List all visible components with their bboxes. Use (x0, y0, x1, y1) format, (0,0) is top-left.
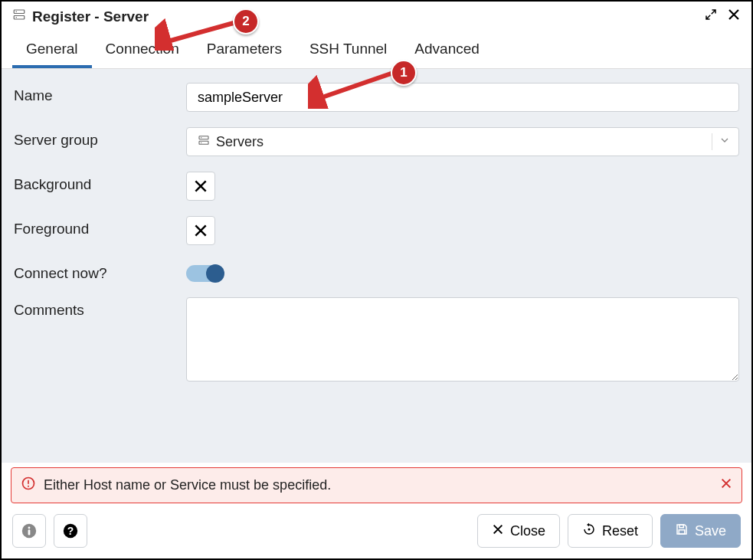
save-button-label: Save (695, 523, 726, 539)
titlebar: Register - Server (2, 2, 751, 31)
svg-point-12 (28, 526, 31, 529)
svg-rect-13 (28, 529, 31, 535)
tab-ssh-tunnel[interactable]: SSH Tunnel (296, 31, 401, 68)
chevron-down-icon (719, 134, 731, 150)
dialog-title: Register - Server (32, 8, 149, 25)
maximize-icon[interactable] (704, 8, 718, 25)
comments-textarea[interactable] (186, 297, 739, 382)
close-button-label: Close (510, 523, 545, 539)
info-button[interactable] (12, 514, 46, 548)
svg-rect-18 (679, 529, 685, 533)
label-background: Background (14, 172, 186, 193)
svg-point-7 (201, 142, 201, 142)
error-alert: Either Host name or Service must be spec… (11, 467, 742, 503)
svg-rect-17 (679, 525, 683, 528)
svg-point-16 (588, 528, 590, 530)
x-icon (492, 523, 504, 539)
connect-now-toggle[interactable] (186, 265, 223, 282)
tab-content: Name Server group Servers (2, 69, 751, 463)
alert-icon (21, 476, 36, 495)
help-button[interactable]: ? (54, 514, 87, 548)
save-button[interactable]: Save (660, 514, 741, 548)
close-icon[interactable] (727, 8, 741, 25)
svg-rect-5 (199, 141, 208, 144)
server-icon (12, 8, 26, 25)
toggle-knob (206, 264, 224, 283)
server-group-icon (198, 134, 210, 150)
row-name: Name (14, 83, 739, 112)
reset-icon (582, 522, 596, 540)
row-server-group: Server group Servers (14, 127, 739, 156)
row-connect-now: Connect now? (14, 260, 739, 282)
tab-general[interactable]: General (12, 31, 92, 68)
svg-point-6 (201, 137, 201, 138)
reset-button-label: Reset (602, 523, 638, 539)
label-foreground: Foreground (14, 216, 186, 237)
alert-message: Either Host name or Service must be spec… (44, 477, 331, 493)
svg-point-10 (28, 486, 29, 487)
name-input[interactable] (186, 83, 739, 112)
row-background: Background (14, 172, 739, 201)
dialog-footer: ? Close Reset Save (2, 503, 751, 558)
svg-text:?: ? (67, 526, 74, 537)
reset-button[interactable]: Reset (568, 514, 653, 548)
server-group-value: Servers (216, 134, 706, 150)
foreground-color-clear[interactable] (186, 216, 215, 245)
svg-rect-1 (14, 16, 25, 20)
svg-rect-4 (199, 136, 208, 139)
label-name: Name (14, 83, 186, 104)
label-connect-now: Connect now? (14, 260, 186, 282)
background-color-clear[interactable] (186, 172, 215, 201)
tab-parameters[interactable]: Parameters (193, 31, 296, 68)
server-group-select[interactable]: Servers (186, 127, 739, 156)
tab-connection[interactable]: Connection (92, 31, 193, 68)
dialog-register-server: Register - Server General Connection Par… (0, 0, 753, 560)
label-server-group: Server group (14, 127, 186, 149)
row-foreground: Foreground (14, 216, 739, 245)
save-icon (675, 522, 689, 540)
tab-advanced[interactable]: Advanced (401, 31, 493, 68)
svg-point-3 (16, 17, 18, 18)
alert-close-icon[interactable] (720, 477, 732, 493)
svg-rect-0 (14, 10, 25, 14)
close-button[interactable]: Close (477, 514, 560, 548)
tabs: General Connection Parameters SSH Tunnel… (2, 31, 751, 69)
row-comments: Comments (14, 297, 739, 385)
svg-point-2 (16, 11, 18, 13)
label-comments: Comments (14, 297, 186, 319)
